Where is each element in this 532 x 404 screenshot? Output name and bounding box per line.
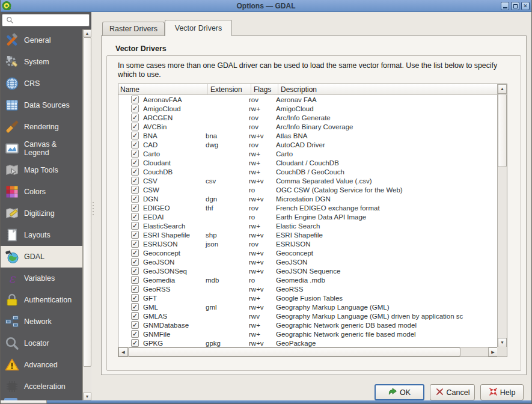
- scroll-right-icon[interactable]: ▶: [488, 347, 498, 357]
- table-row[interactable]: ✓ GNMDatabase rw+ Geographic Network gen…: [118, 320, 507, 329]
- driver-checkbox[interactable]: ✓: [131, 249, 139, 257]
- sidebar-item-canvas-legend[interactable]: Canvas & Legend: [0, 138, 82, 159]
- driver-checkbox[interactable]: ✓: [131, 105, 139, 112]
- scroll-left-icon[interactable]: ◀: [118, 347, 128, 357]
- sidebar-item-data-sources[interactable]: Data Sources: [0, 94, 82, 116]
- scroll-up-icon[interactable]: ▲: [498, 84, 507, 94]
- column-header-description[interactable]: Description: [278, 84, 507, 94]
- sidebar-item-gdal[interactable]: GDAL: [0, 246, 82, 268]
- close-button[interactable]: ✕: [521, 2, 530, 10]
- table-row[interactable]: ✓ ESRIJSON json rov ESRIJSON: [118, 239, 507, 248]
- sidebar-scroll-thumb[interactable]: [83, 37, 91, 367]
- table-row[interactable]: ✓ GMLAS rwv Geography Markup Language (G…: [118, 311, 507, 320]
- minimize-button[interactable]: [501, 2, 509, 10]
- driver-checkbox[interactable]: ✓: [131, 123, 139, 130]
- table-row[interactable]: ✓ EDIGEO thf rov French EDIGEO exchange …: [118, 203, 507, 212]
- search-input[interactable]: [14, 16, 89, 25]
- sidebar-item-layouts[interactable]: Layouts: [0, 224, 82, 246]
- driver-checkbox[interactable]: ✓: [131, 240, 139, 248]
- table-row[interactable]: ✓ CSV csv rw+v Comma Separated Value (.c…: [118, 176, 507, 185]
- sidebar-item-map-tools[interactable]: Map Tools: [0, 159, 82, 181]
- driver-checkbox[interactable]: ✓: [131, 339, 139, 347]
- driver-checkbox[interactable]: ✓: [131, 96, 139, 103]
- driver-checkbox[interactable]: ✓: [131, 231, 139, 239]
- scroll-down-icon[interactable]: ▼: [83, 393, 91, 400]
- table-row[interactable]: ✓ ESRI Shapefile shp rw+v ESRI Shapefile: [118, 230, 507, 239]
- driver-checkbox[interactable]: ✓: [131, 132, 139, 139]
- table-row[interactable]: ✓ AeronavFAA rov Aeronav FAA: [118, 95, 507, 104]
- horizontal-scrollbar[interactable]: ◀ ▶: [118, 347, 498, 357]
- column-header-name[interactable]: Name: [118, 84, 207, 94]
- driver-checkbox[interactable]: ✓: [131, 195, 139, 203]
- driver-checkbox[interactable]: ✓: [131, 168, 139, 176]
- table-row[interactable]: ✓ CouchDB rw+ CouchDB / GeoCouch: [118, 167, 507, 176]
- table-row[interactable]: ✓ GeoJSON rw+v GeoJSON: [118, 257, 507, 266]
- table-row[interactable]: ✓ DGN dgn rw+v Microstation DGN: [118, 194, 507, 203]
- table-row[interactable]: ✓ Geoconcept rw+v Geoconcept: [118, 248, 507, 257]
- table-row[interactable]: ✓ EEDAI ro Earth Engine Data API Image: [118, 212, 507, 221]
- sidebar-item-authentication[interactable]: Authentication: [0, 289, 82, 311]
- vertical-scroll-thumb[interactable]: [498, 94, 507, 167]
- table-row[interactable]: ✓ GML gml rw+v Geography Markup Language…: [118, 302, 507, 311]
- driver-checkbox[interactable]: ✓: [131, 150, 139, 158]
- driver-checkbox[interactable]: ✓: [131, 330, 139, 338]
- tab-raster-drivers[interactable]: Raster Drivers: [102, 22, 165, 35]
- sidebar-item-rendering[interactable]: Rendering: [0, 116, 82, 138]
- titlebar[interactable]: Options — GDAL ✕: [0, 0, 532, 12]
- horizontal-scroll-thumb[interactable]: [128, 347, 460, 357]
- driver-checkbox[interactable]: ✓: [131, 294, 139, 302]
- table-row[interactable]: ✓ GeoRSS rw+v GeoRSS: [118, 284, 507, 293]
- driver-checkbox[interactable]: ✓: [131, 213, 139, 221]
- scroll-up-icon[interactable]: ▲: [83, 29, 91, 37]
- maximize-button[interactable]: [511, 2, 519, 10]
- table-row[interactable]: ✓ GeoJSONSeq rw+v GeoJSON Sequence: [118, 266, 507, 275]
- sidebar-item-locator[interactable]: Locator: [0, 332, 82, 354]
- driver-checkbox[interactable]: ✓: [131, 321, 139, 329]
- cancel-button[interactable]: Cancel: [430, 384, 475, 400]
- table-row[interactable]: ✓ Cloudant rw+ Cloudant / CouchDB: [118, 158, 507, 167]
- driver-checkbox[interactable]: ✓: [131, 141, 139, 148]
- sidebar-item-crs[interactable]: CRS: [0, 73, 82, 94]
- sidebar-item-colors[interactable]: Colors: [0, 181, 82, 203]
- tab-vector-drivers[interactable]: Vector Drivers: [165, 20, 232, 36]
- table-row[interactable]: ✓ GFT rw+ Google Fusion Tables: [118, 293, 507, 302]
- sidebar-item-network[interactable]: Network: [0, 311, 82, 332]
- driver-checkbox[interactable]: ✓: [131, 177, 139, 185]
- sidebar-item-digitizing[interactable]: Digitizing: [0, 203, 82, 224]
- table-row[interactable]: ✓ CAD dwg rov AutoCAD Driver: [118, 140, 507, 149]
- sidebar-search[interactable]: [2, 14, 90, 26]
- sidebar-item-system[interactable]: System: [0, 51, 82, 73]
- scroll-down-icon[interactable]: ▼: [498, 338, 507, 347]
- sidebar-item-advanced[interactable]: Advanced: [0, 354, 82, 376]
- driver-checkbox[interactable]: ✓: [131, 186, 139, 194]
- driver-checkbox[interactable]: ✓: [131, 276, 139, 284]
- splitter-handle[interactable]: [92, 202, 94, 218]
- driver-checkbox[interactable]: ✓: [131, 204, 139, 212]
- sidebar-item-acceleration[interactable]: Acceleration: [0, 376, 82, 397]
- table-row[interactable]: ✓ GPKG gpkg rw+v GeoPackage: [118, 338, 507, 347]
- driver-checkbox[interactable]: ✓: [131, 312, 139, 320]
- driver-checkbox[interactable]: ✓: [131, 222, 139, 230]
- help-button[interactable]: Help: [480, 384, 524, 400]
- driver-checkbox[interactable]: ✓: [131, 267, 139, 275]
- column-header-extension[interactable]: Extension: [207, 84, 251, 94]
- table-row[interactable]: ✓ BNA bna rw+v Atlas BNA: [118, 131, 507, 140]
- table-row[interactable]: ✓ AVCBin rov Arc/Info Binary Coverage: [118, 122, 507, 131]
- table-row[interactable]: ✓ AmigoCloud rw+ AmigoCloud: [118, 104, 507, 113]
- table-row[interactable]: ✓ Geomedia mdb ro Geomedia .mdb: [118, 275, 507, 284]
- column-header-flags[interactable]: Flags: [251, 84, 278, 94]
- driver-checkbox[interactable]: ✓: [131, 285, 139, 293]
- ok-button[interactable]: OK: [375, 384, 424, 400]
- sidebar-item-variables[interactable]: ε Variables: [0, 268, 82, 289]
- table-row[interactable]: ✓ GNMFile rw+ Geographic Network generic…: [118, 329, 507, 338]
- table-row[interactable]: ✓ CSW ro OGC CSW (Catalog Service for th…: [118, 185, 507, 194]
- sidebar-scrollbar[interactable]: ▲ ▼: [82, 29, 91, 400]
- table-row[interactable]: ✓ Carto rw+ Carto: [118, 149, 507, 158]
- sidebar-item-general[interactable]: General: [0, 29, 82, 51]
- driver-checkbox[interactable]: ✓: [131, 258, 139, 266]
- driver-checkbox[interactable]: ✓: [131, 159, 139, 167]
- table-row[interactable]: ✓ ElasticSearch rw+ Elastic Search: [118, 221, 507, 230]
- driver-checkbox[interactable]: ✓: [131, 114, 139, 121]
- vertical-scrollbar[interactable]: ▲ ▼: [497, 84, 507, 347]
- table-row[interactable]: ✓ ARCGEN rov Arc/Info Generate: [118, 113, 507, 122]
